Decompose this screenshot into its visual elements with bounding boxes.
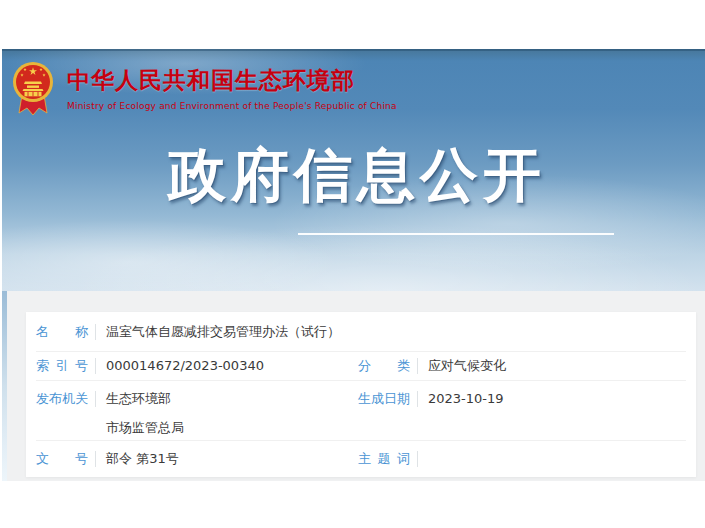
- index-no-value: 000014672/2023-00340: [106, 356, 264, 376]
- publisher-label: 发布机关: [36, 389, 88, 409]
- table-row-name: 名称 温室气体自愿减排交易管理办法（试行）: [36, 312, 686, 352]
- header-titles: 中华人民共和国生态环境部 Ministry of Ecology and Env…: [67, 61, 397, 111]
- divider: [417, 391, 418, 407]
- table-row-doc-no: 文号 部令 第31号 主题词: [36, 441, 686, 477]
- cell-index-no: 索引号 000014672/2023-00340: [36, 356, 358, 376]
- keywords-label: 主题词: [358, 449, 410, 469]
- page-title: 政府信息公开: [168, 144, 546, 208]
- cell-category: 分类 应对气候变化: [358, 356, 686, 376]
- name-label: 名称: [36, 322, 88, 342]
- divider: [417, 358, 418, 374]
- divider: [95, 358, 96, 374]
- content-panel: 名称 温室气体自愿减排交易管理办法（试行） 索引号 000014672/2023…: [7, 291, 705, 481]
- ministry-title-en: Ministry of Ecology and Environment of t…: [67, 101, 397, 111]
- table-row-publisher: 发布机关 生态环境部 市场监管总局 生成日期 2023-10-19: [36, 381, 686, 441]
- publisher-value-1: 生态环境部: [106, 389, 184, 409]
- date-value: 2023-10-19: [428, 389, 504, 409]
- ministry-logo[interactable]: 中华人民共和国生态环境部 Ministry of Ecology and Env…: [12, 61, 397, 121]
- document-info-card: 名称 温室气体自愿减排交易管理办法（试行） 索引号 000014672/2023…: [26, 312, 696, 477]
- doc-no-label: 文号: [36, 449, 88, 469]
- china-national-emblem-icon: [12, 61, 54, 121]
- divider: [95, 451, 96, 467]
- divider: [95, 324, 96, 340]
- cell-date: 生成日期 2023-10-19: [358, 389, 686, 409]
- page-background: 中华人民共和国生态环境部 Ministry of Ecology and Env…: [2, 49, 705, 481]
- banner-underline: [298, 233, 614, 235]
- cell-keywords: 主题词: [358, 449, 686, 469]
- publisher-values: 生态环境部 市场监管总局: [96, 389, 184, 438]
- ministry-title-cn: 中华人民共和国生态环境部: [67, 67, 397, 95]
- category-value: 应对气候变化: [428, 356, 506, 376]
- doc-no-value: 部令 第31号: [106, 449, 179, 469]
- cell-name: 名称 温室气体自愿减排交易管理办法（试行）: [36, 322, 686, 342]
- name-value: 温室气体自愿减排交易管理办法（试行）: [106, 322, 340, 342]
- index-no-label: 索引号: [36, 356, 88, 376]
- cell-doc-no: 文号 部令 第31号: [36, 449, 358, 469]
- cell-publisher: 发布机关 生态环境部 市场监管总局: [36, 389, 358, 438]
- divider: [417, 451, 418, 467]
- category-label: 分类: [358, 356, 410, 376]
- date-label: 生成日期: [358, 389, 410, 409]
- table-row-index: 索引号 000014672/2023-00340 分类 应对气候变化: [36, 352, 686, 381]
- sky-banner: 中华人民共和国生态环境部 Ministry of Ecology and Env…: [2, 49, 705, 291]
- publisher-value-2: 市场监管总局: [106, 418, 184, 438]
